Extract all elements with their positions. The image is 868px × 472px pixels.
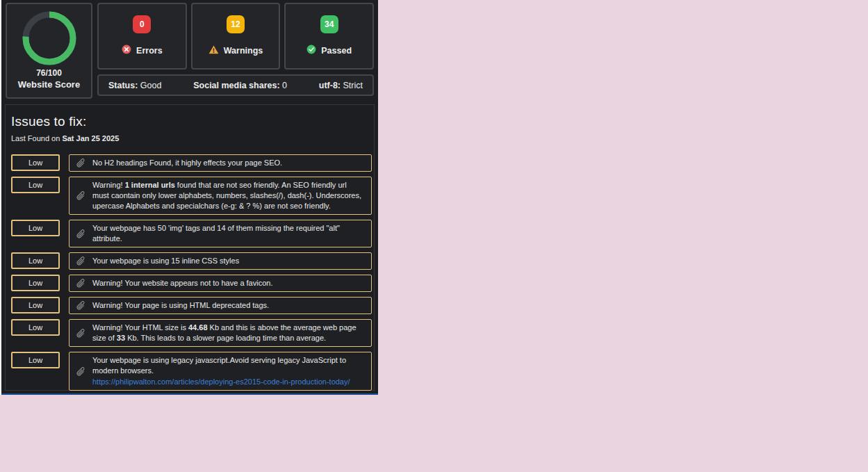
passed-label: Passed — [321, 46, 352, 56]
paperclip-icon — [76, 278, 86, 288]
paperclip-icon — [76, 300, 86, 311]
severity-badge: Low — [11, 154, 60, 171]
score-value: 76/100 — [36, 68, 62, 78]
severity-badge: Low — [11, 252, 60, 269]
errors-count-badge: 0 — [133, 15, 151, 33]
severity-badge: Low — [11, 177, 60, 193]
severity-badge: Low — [11, 352, 60, 368]
warnings-label: Warnings — [224, 46, 263, 56]
issue-row: Low Warning! 1 internal urls found that … — [11, 177, 374, 215]
paperclip-icon — [76, 328, 86, 339]
issue-item: Warning! Your page is using HTML depreca… — [69, 297, 372, 314]
issue-row: Low Your webpage is using legacy javascr… — [11, 352, 374, 391]
issue-item: Your webpage has 50 'img' tags and 14 of… — [69, 220, 372, 247]
stat-cards: 0 Errors 12 Warnings — [97, 3, 374, 70]
charset-field: utf-8: Strict — [319, 81, 363, 90]
issue-row: Low Your webpage is using 15 inline CSS … — [11, 252, 374, 270]
issue-item: Warning! Your HTML size is 44.68 Kb and … — [69, 319, 372, 347]
warnings-count-badge: 12 — [227, 15, 245, 33]
paperclip-icon — [76, 190, 86, 201]
score-gauge — [22, 10, 77, 66]
severity-badge: Low — [11, 275, 60, 291]
issue-row: Low Warning! Your website appears not to… — [11, 275, 374, 292]
summary-row: 76/100 Website Score 0 Errors 12 — [1, 0, 378, 99]
issue-item: Your webpage is using 15 inline CSS styl… — [69, 252, 372, 270]
bottom-divider-line — [1, 393, 378, 395]
issue-text: Warning! Your website appears not to hav… — [92, 278, 365, 288]
issues-section: Issues to fix: Last Found on Sat Jan 25 … — [5, 104, 375, 391]
errors-card: 0 Errors — [97, 3, 187, 70]
status-field: Status: Good — [108, 81, 161, 90]
issues-title: Issues to fix: — [11, 114, 374, 129]
issue-text: Your webpage has 50 'img' tags and 14 of… — [92, 223, 365, 244]
seo-audit-panel: 76/100 Website Score 0 Errors 12 — [1, 0, 378, 395]
issue-item: Warning! Your website appears not to hav… — [69, 275, 372, 292]
check-circle-icon — [306, 44, 316, 57]
severity-badge: Low — [11, 319, 60, 336]
issue-text: Warning! Your page is using HTML depreca… — [92, 300, 365, 311]
status-bar: Status: Good Social media shares: 0 utf-… — [97, 74, 374, 96]
issue-text: Your webpage is using 15 inline CSS styl… — [92, 256, 365, 266]
issue-row: Low Your webpage has 50 'img' tags and 1… — [11, 220, 374, 247]
error-circle-icon — [122, 44, 131, 57]
issue-row: Low Warning! Your HTML size is 44.68 Kb … — [11, 319, 374, 347]
issue-item: Warning! 1 internal urls found that are … — [69, 177, 372, 215]
issue-text: Your webpage is using legacy javascript.… — [92, 355, 365, 387]
score-label: Website Score — [18, 79, 80, 90]
passed-card: 34 Passed — [284, 3, 374, 70]
last-found-text: Last Found on Sat Jan 25 2025 — [11, 134, 374, 143]
issue-row: Low Warning! Your page is using HTML dep… — [11, 297, 374, 314]
issue-text: Warning! Your HTML size is 44.68 Kb and … — [92, 323, 365, 343]
warning-triangle-icon — [208, 44, 219, 57]
shares-field: Social media shares: 0 — [193, 81, 287, 90]
issue-text: Warning! 1 internal urls found that are … — [92, 180, 365, 211]
issues-list: Low No H2 headings Found, it highly effe… — [11, 154, 374, 395]
website-score-card: 76/100 Website Score — [6, 3, 92, 99]
paperclip-icon — [76, 256, 86, 266]
severity-badge: Low — [11, 220, 60, 236]
warnings-card: 12 Warnings — [191, 3, 281, 70]
errors-label: Errors — [136, 46, 163, 56]
paperclip-icon — [76, 158, 86, 168]
issue-item: Your webpage is using legacy javascript.… — [69, 352, 372, 391]
issue-link[interactable]: https://philipwalton.com/articles/deploy… — [92, 377, 365, 387]
issue-item: No H2 headings Found, it highly effects … — [69, 154, 372, 172]
issue-text: No H2 headings Found, it highly effects … — [92, 158, 365, 168]
passed-count-badge: 34 — [320, 15, 338, 33]
paperclip-icon — [76, 366, 86, 377]
summary-right-column: 0 Errors 12 Warnings — [97, 3, 374, 99]
issue-row: Low No H2 headings Found, it highly effe… — [11, 154, 374, 172]
paperclip-icon — [76, 229, 86, 239]
severity-badge: Low — [11, 297, 60, 314]
